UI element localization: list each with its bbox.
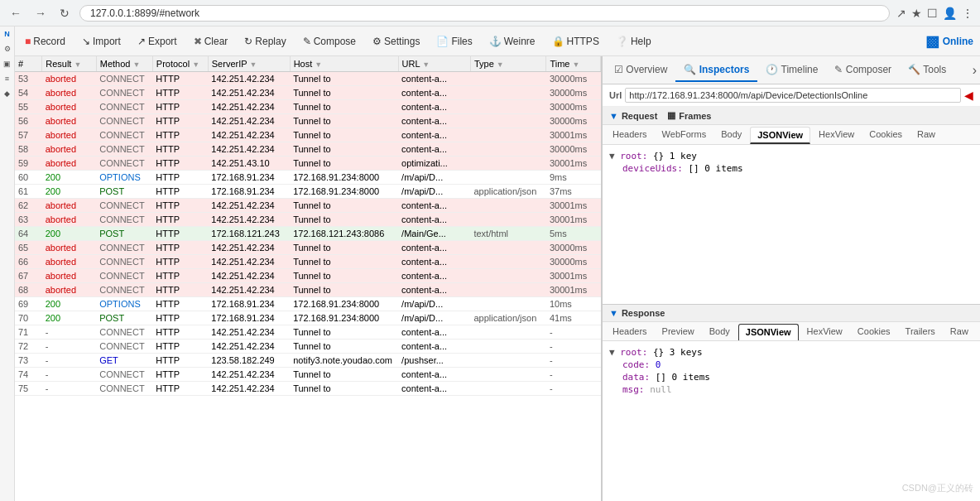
cell-host: Tunnel to xyxy=(290,199,398,213)
req-tab-jsonview[interactable]: JSONView xyxy=(750,127,810,144)
col-header-protocol[interactable]: Protocol ▼ xyxy=(152,56,208,72)
req-tab-raw[interactable]: Raw xyxy=(910,127,942,144)
table-row[interactable]: 59 aborted CONNECT HTTP 142.251.43.10 Tu… xyxy=(15,157,601,171)
frames-label: Frames xyxy=(679,111,711,121)
col-header-method[interactable]: Method ▼ xyxy=(96,56,152,72)
https-button[interactable]: 🔒 HTTPS xyxy=(549,34,603,49)
settings-button[interactable]: ⚙ Settings xyxy=(369,34,423,49)
table-row[interactable]: 72 - CONNECT HTTP 142.251.42.234 Tunnel … xyxy=(15,340,601,354)
table-row[interactable]: 61 200 POST HTTP 172.168.91.234 172.168.… xyxy=(15,185,601,199)
tab-overview[interactable]: ☑ Overview xyxy=(606,59,675,82)
table-row[interactable]: 56 aborted CONNECT HTTP 142.251.42.234 T… xyxy=(15,114,601,128)
compose-button[interactable]: ✎ Compose xyxy=(300,34,359,49)
res-tab-hexview[interactable]: HexView xyxy=(800,324,849,340)
req-tab-cookies[interactable]: Cookies xyxy=(862,127,909,144)
record-button[interactable]: ■ Record xyxy=(22,34,69,49)
sidebar-item-5[interactable]: ◆ xyxy=(1,89,14,101)
table-row[interactable]: 68 aborted CONNECT HTTP 142.251.42.234 T… xyxy=(15,283,601,297)
cell-url: content-a... xyxy=(398,283,470,297)
res-tab-raw[interactable]: Raw xyxy=(944,324,975,340)
cell-num: 61 xyxy=(15,185,42,199)
table-row[interactable]: 71 - CONNECT HTTP 142.251.42.234 Tunnel … xyxy=(15,325,601,340)
col-header-time[interactable]: Time ▼ xyxy=(546,56,601,72)
res-tab-headers[interactable]: Headers xyxy=(606,324,654,340)
export-button[interactable]: ↗ Export xyxy=(134,34,180,49)
table-row[interactable]: 58 aborted CONNECT HTTP 142.251.42.234 T… xyxy=(15,142,601,157)
table-row[interactable]: 70 200 POST HTTP 172.168.91.234 172.168.… xyxy=(15,311,601,325)
cell-result: aborted xyxy=(42,86,96,100)
settings-label: Settings xyxy=(384,36,420,47)
request-header: ▼ Request ▦ Frames xyxy=(603,107,980,125)
more-button[interactable]: › xyxy=(973,63,977,78)
url-value-input[interactable] xyxy=(625,88,961,103)
tab-composer[interactable]: ✎ Composer xyxy=(826,59,900,82)
toolbar: ■ Record ↘ Import ↗ Export ✖ Clear ↻ Rep… xyxy=(15,26,980,56)
col-header-type[interactable]: Type ▼ xyxy=(470,56,546,72)
files-button[interactable]: 📄 Files xyxy=(433,34,475,49)
res-tab-trailers[interactable]: Trailers xyxy=(899,324,942,340)
cell-time: 30001ms xyxy=(546,283,601,297)
tab-icon[interactable]: ☐ xyxy=(927,7,938,20)
req-tab-webforms[interactable]: WebForms xyxy=(656,127,713,144)
table-row[interactable]: 63 aborted CONNECT HTTP 142.251.42.234 T… xyxy=(15,213,601,227)
weinre-icon: ⚓ xyxy=(489,36,502,47)
profile-icon[interactable]: 👤 xyxy=(943,7,957,20)
table-row[interactable]: 62 aborted CONNECT HTTP 142.251.42.234 T… xyxy=(15,199,601,213)
share-icon[interactable]: ↗ xyxy=(896,7,906,20)
replay-button[interactable]: ↻ Replay xyxy=(241,34,289,49)
table-row[interactable]: 75 - CONNECT HTTP 142.251.42.234 Tunnel … xyxy=(15,382,601,396)
weinre-button[interactable]: ⚓ Weinre xyxy=(486,34,539,49)
clear-button[interactable]: ✖ Clear xyxy=(190,34,232,49)
table-row[interactable]: 55 aborted CONNECT HTTP 142.251.42.234 T… xyxy=(15,100,601,114)
import-button[interactable]: ↘ Import xyxy=(79,34,124,49)
col-header-host[interactable]: Host ▼ xyxy=(290,56,398,72)
cell-type xyxy=(470,199,546,213)
back-button[interactable]: ← xyxy=(7,5,25,22)
tab-tools[interactable]: 🔨 Tools xyxy=(900,59,954,82)
cell-num: 53 xyxy=(15,72,42,86)
table-row[interactable]: 66 aborted CONNECT HTTP 142.251.42.234 T… xyxy=(15,255,601,269)
network-table[interactable]: # Result ▼ Method ▼ Protocol ▼ ServerIP … xyxy=(15,56,601,501)
bookmark-icon[interactable]: ★ xyxy=(911,7,922,20)
tab-timeline[interactable]: 🕐 Timeline xyxy=(757,59,826,82)
col-header-result[interactable]: Result ▼ xyxy=(42,56,96,72)
res-tab-jsonview[interactable]: JSONView xyxy=(738,324,799,340)
res-tab-cookies[interactable]: Cookies xyxy=(851,324,897,340)
table-row[interactable]: 54 aborted CONNECT HTTP 142.251.42.234 T… xyxy=(15,86,601,100)
sidebar-item-network[interactable]: N xyxy=(1,30,14,41)
table-row[interactable]: 74 - CONNECT HTTP 142.251.42.234 Tunnel … xyxy=(15,368,601,382)
req-tab-hexview[interactable]: HexView xyxy=(812,127,861,144)
table-row[interactable]: 64 200 POST HTTP 172.168.121.243 172.168… xyxy=(15,227,601,241)
menu-icon[interactable]: ⋮ xyxy=(962,7,973,20)
url-go-icon[interactable]: ◀ xyxy=(964,89,973,102)
table-row[interactable]: 67 aborted CONNECT HTTP 142.251.42.234 T… xyxy=(15,269,601,283)
table-row[interactable]: 69 200 OPTIONS HTTP 172.168.91.234 172.1… xyxy=(15,297,601,311)
cell-host: Tunnel to xyxy=(290,382,398,396)
res-tab-preview[interactable]: Preview xyxy=(656,324,701,340)
cell-method: CONNECT xyxy=(96,283,152,297)
table-row[interactable]: 65 aborted CONNECT HTTP 142.251.42.234 T… xyxy=(15,241,601,255)
cell-method: CONNECT xyxy=(96,157,152,171)
req-tab-body[interactable]: Body xyxy=(714,127,748,144)
url-bar[interactable]: 127.0.0.1:8899/#network xyxy=(79,5,890,22)
sidebar-item-2[interactable]: ⚙ xyxy=(1,45,14,56)
col-header-url[interactable]: URL ▼ xyxy=(398,56,470,72)
sidebar-item-3[interactable]: ▣ xyxy=(1,60,14,71)
tab-inspectors[interactable]: 🔍 Inspectors xyxy=(675,59,757,82)
refresh-button[interactable]: ↻ xyxy=(56,5,73,22)
cell-result: aborted xyxy=(42,241,96,255)
res-tab-body[interactable]: Body xyxy=(703,324,737,340)
req-tab-headers[interactable]: Headers xyxy=(606,127,654,144)
sidebar-item-4[interactable]: ≡ xyxy=(1,75,14,86)
table-row[interactable]: 73 - GET HTTP 123.58.182.249 notify3.not… xyxy=(15,354,601,368)
cell-num: 68 xyxy=(15,283,42,297)
table-row[interactable]: 57 aborted CONNECT HTTP 142.251.42.234 T… xyxy=(15,128,601,142)
cell-type xyxy=(470,171,546,185)
help-button[interactable]: ❔ Help xyxy=(612,34,655,49)
forward-button[interactable]: → xyxy=(31,5,50,22)
cell-url: content-a... xyxy=(398,241,470,255)
table-row[interactable]: 53 aborted CONNECT HTTP 142.251.42.234 T… xyxy=(15,72,601,86)
table-row[interactable]: 60 200 OPTIONS HTTP 172.168.91.234 172.1… xyxy=(15,171,601,185)
col-header-serverip[interactable]: ServerIP ▼ xyxy=(208,56,290,72)
cell-serverip: 142.251.42.234 xyxy=(208,325,290,340)
